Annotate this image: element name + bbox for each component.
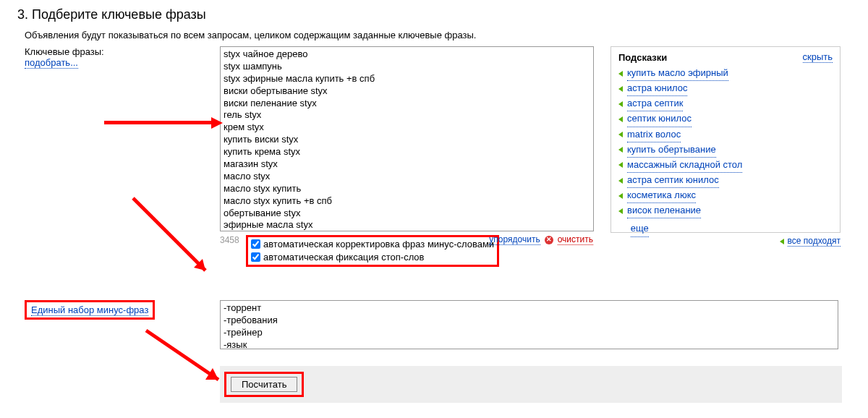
hint-item[interactable]: купить обертывание [618, 142, 833, 158]
page-subtitle: Объявления будут показываться по всем за… [25, 30, 851, 40]
arrow-left-icon [618, 193, 623, 199]
hint-item[interactable]: купить масло эфирный [618, 66, 833, 81]
arrow-left-icon [618, 162, 623, 168]
minus-set-link[interactable]: Единый набор минус-фраз [31, 304, 148, 316]
auto-stop-label: автоматическая фиксация стоп-слов [263, 251, 425, 264]
auto-minus-checkbox[interactable] [251, 239, 260, 249]
calc-button[interactable]: Посчитать [231, 377, 297, 392]
hint-link[interactable]: астра юнилос [627, 81, 687, 96]
char-count: 3458 [220, 235, 246, 245]
auto-options-group: автоматическая корректировка фраз минус-… [246, 235, 499, 267]
clear-icon[interactable]: ✕ [545, 236, 553, 244]
more-hints-link[interactable]: еще [631, 221, 649, 236]
hint-item[interactable]: висок пеленание [618, 203, 833, 218]
hint-link[interactable]: matrix волос [627, 127, 681, 142]
minus-textarea[interactable] [220, 300, 838, 349]
arrow-left-icon [618, 116, 623, 122]
hint-item[interactable]: астра септик юнилос [618, 173, 833, 188]
hint-link[interactable]: астра септик [627, 96, 683, 111]
hint-item[interactable]: массажный складной стол [618, 158, 833, 173]
page-title: 3. Подберите ключевые фразы [17, 7, 851, 22]
arrow-left-icon [618, 208, 623, 214]
hint-link[interactable]: септик юнилос [627, 111, 692, 127]
hint-link[interactable]: массажный складной стол [627, 158, 742, 173]
hint-item[interactable]: астра септик [618, 96, 833, 111]
arrow-left-icon [618, 147, 623, 153]
hint-link[interactable]: косметика люкс [627, 188, 696, 203]
clear-link[interactable]: очистить [558, 234, 593, 245]
auto-minus-row[interactable]: автоматическая корректировка фраз минус-… [251, 238, 494, 251]
calc-box: Посчитать [224, 372, 304, 397]
all-fit[interactable]: все подходят [780, 236, 841, 247]
hint-link[interactable]: купить масло эфирный [627, 66, 728, 81]
arrow-left-icon [618, 178, 623, 184]
all-fit-link[interactable]: все подходят [788, 236, 841, 247]
svg-line-0 [133, 198, 205, 270]
hints-box: Подсказки скрыть купить масло эфирный ас… [610, 46, 841, 233]
hint-item[interactable]: астра юнилос [618, 81, 833, 96]
arrow-left-icon [780, 239, 784, 244]
hints-title: Подсказки [618, 52, 667, 63]
auto-stop-checkbox[interactable] [251, 252, 260, 262]
calc-bar: Посчитать [220, 366, 842, 403]
minus-set-box: Единый набор минус-фраз [25, 300, 155, 320]
auto-stop-row[interactable]: автоматическая фиксация стоп-слов [251, 251, 494, 264]
arrow-left-icon [618, 86, 623, 92]
auto-minus-label: автоматическая корректировка фраз минус-… [263, 238, 494, 251]
hide-hints-link[interactable]: скрыть [803, 51, 833, 63]
hint-item[interactable]: косметика люкс [618, 188, 833, 203]
arrow-left-icon [618, 101, 623, 107]
svg-marker-1 [194, 259, 205, 270]
more-hints[interactable]: еще [618, 221, 833, 236]
hint-link[interactable]: висок пеленание [627, 203, 701, 218]
keywords-label: Ключевые фразы: [25, 46, 220, 57]
annotation-arrow-icon [126, 191, 220, 287]
hint-link[interactable]: купить обертывание [627, 142, 716, 158]
keywords-textarea[interactable] [220, 46, 594, 231]
order-link[interactable]: упорядочить [489, 234, 540, 245]
hint-item[interactable]: септик юнилос [618, 111, 833, 127]
pick-link[interactable]: подобрать... [25, 57, 78, 69]
hint-link[interactable]: астра септик юнилос [627, 173, 719, 188]
arrow-left-icon [618, 71, 623, 77]
hint-item[interactable]: matrix волос [618, 127, 833, 142]
arrow-left-icon [618, 132, 623, 137]
